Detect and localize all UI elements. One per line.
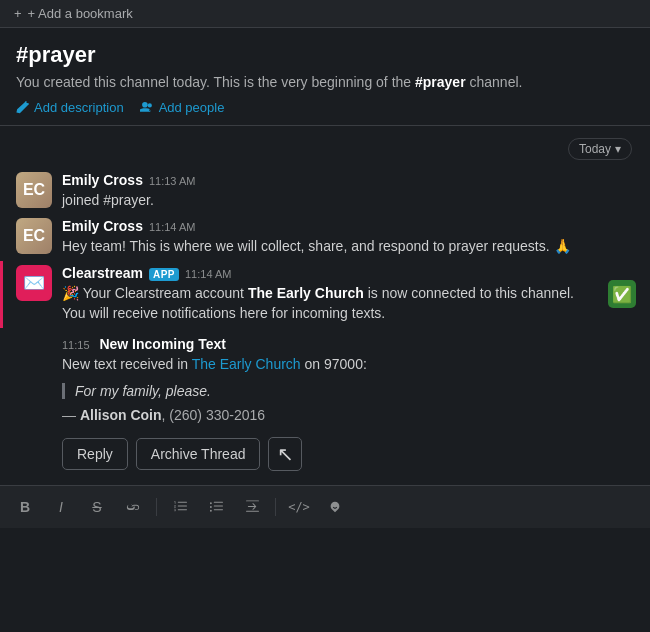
bookmark-bar: + + Add a bookmark — [0, 0, 650, 28]
ul-icon — [209, 499, 224, 514]
channel-desc-bold: #prayer — [415, 74, 466, 90]
message-meta: Emily Cross 11:14 AM — [62, 218, 634, 234]
date-pill[interactable]: Today ▾ — [568, 138, 632, 160]
indent-icon — [245, 499, 260, 514]
signature-name: Allison Coin — [80, 407, 162, 423]
unordered-list-button[interactable] — [203, 494, 229, 520]
checkmark-button[interactable]: ✅ — [608, 280, 636, 308]
timestamp: 11:14 AM — [149, 221, 195, 233]
sender-name[interactable]: Emily Cross — [62, 172, 143, 188]
bookmark-bar-label[interactable]: + Add a bookmark — [28, 6, 133, 21]
join-text: joined #prayer. — [62, 192, 154, 208]
signature-line: — Allison Coin, (260) 330-2016 — [62, 407, 634, 423]
message-text: Hey team! This is where we will collect,… — [62, 236, 634, 256]
people-icon — [140, 101, 154, 114]
ordered-list-button[interactable] — [167, 494, 193, 520]
message-meta: Emily Cross 11:13 AM — [62, 172, 634, 188]
timestamp: 11:13 AM — [149, 175, 195, 187]
composer-toolbar: B I S </> — [12, 494, 638, 520]
channel-actions: Add description Add people — [16, 100, 634, 115]
channel-desc-prefix: You created this channel today. This is … — [16, 74, 415, 90]
message-text: joined #prayer. — [62, 190, 634, 210]
message-meta: Clearstream APP 11:14 AM — [62, 265, 634, 281]
cursor-icon: ↖ — [277, 442, 294, 466]
link-icon — [126, 500, 140, 514]
archive-thread-button[interactable]: Archive Thread — [136, 438, 261, 470]
link-button[interactable] — [120, 494, 146, 520]
pencil-icon — [16, 101, 29, 114]
incoming-body-suffix: on 97000: — [301, 356, 367, 372]
quote-block: For my family, please. — [62, 383, 634, 399]
incoming-title: 11:15 New Incoming Text — [62, 336, 634, 352]
reply-button[interactable]: Reply — [62, 438, 128, 470]
signature-dash: — — [62, 407, 80, 423]
toolbar-divider-2 — [275, 498, 276, 516]
italic-button[interactable]: I — [48, 494, 74, 520]
avatar: EC — [16, 172, 52, 208]
channel-description: You created this channel today. This is … — [16, 74, 634, 90]
date-divider: Today ▾ — [0, 126, 650, 168]
strikethrough-button[interactable]: S — [84, 494, 110, 520]
toolbar-divider-1 — [156, 498, 157, 516]
sender-name[interactable]: Clearstream — [62, 265, 143, 281]
channel-name: #prayer — [16, 42, 634, 68]
channel-header: #prayer You created this channel today. … — [0, 28, 650, 126]
add-description-button[interactable]: Add description — [16, 100, 124, 115]
avatar: EC — [16, 218, 52, 254]
message-content: Emily Cross 11:13 AM joined #prayer. — [62, 172, 634, 210]
message-content: Emily Cross 11:14 AM Hey team! This is w… — [62, 218, 634, 256]
plus-icon: + — [14, 6, 22, 21]
add-people-label: Add people — [159, 100, 225, 115]
channel-desc-suffix: channel. — [466, 74, 523, 90]
incoming-time: 11:15 — [62, 339, 90, 351]
message-row: EC Emily Cross 11:13 AM joined #prayer. — [0, 168, 650, 214]
bold-button[interactable]: B — [12, 494, 38, 520]
indent-button[interactable] — [239, 494, 265, 520]
incoming-title-text: New Incoming Text — [99, 336, 226, 352]
message-row: EC Emily Cross 11:14 AM Hey team! This i… — [0, 214, 650, 260]
incoming-body-prefix: New text received in — [62, 356, 192, 372]
clearstream-avatar: ✉️ — [16, 265, 52, 301]
quote-text: For my family, please. — [75, 383, 211, 399]
church-name: The Early Church — [248, 285, 364, 301]
ol-icon — [173, 499, 188, 514]
cursor-button[interactable]: ↖ — [268, 437, 302, 471]
code-button[interactable]: </> — [286, 494, 312, 520]
composer: B I S </> — [0, 485, 650, 528]
messages-area: Today ▾ EC Emily Cross 11:13 AM joined #… — [0, 126, 650, 485]
add-people-button[interactable]: Add people — [140, 100, 225, 115]
more-format-button[interactable] — [322, 494, 348, 520]
action-buttons: Reply Archive Thread ↖ — [0, 427, 650, 485]
app-badge: APP — [149, 268, 179, 281]
message-content: Clearstream APP 11:14 AM 🎉 Your Clearstr… — [62, 265, 634, 324]
timestamp: 11:14 AM — [185, 268, 231, 280]
signature-contact: , (260) 330-2016 — [162, 407, 266, 423]
church-link[interactable]: The Early Church — [192, 356, 301, 372]
more-icon — [328, 500, 342, 514]
sender-name[interactable]: Emily Cross — [62, 218, 143, 234]
incoming-body: New text received in The Early Church on… — [62, 354, 634, 375]
clearstream-message-row: ✉️ Clearstream APP 11:14 AM 🎉 Your Clear… — [0, 261, 650, 328]
add-description-label: Add description — [34, 100, 124, 115]
date-label: Today — [579, 142, 611, 156]
message-text: 🎉 Your Clearstream account The Early Chu… — [62, 283, 634, 324]
chevron-down-icon: ▾ — [615, 142, 621, 156]
incoming-text-block: 11:15 New Incoming Text New text receive… — [0, 328, 650, 427]
